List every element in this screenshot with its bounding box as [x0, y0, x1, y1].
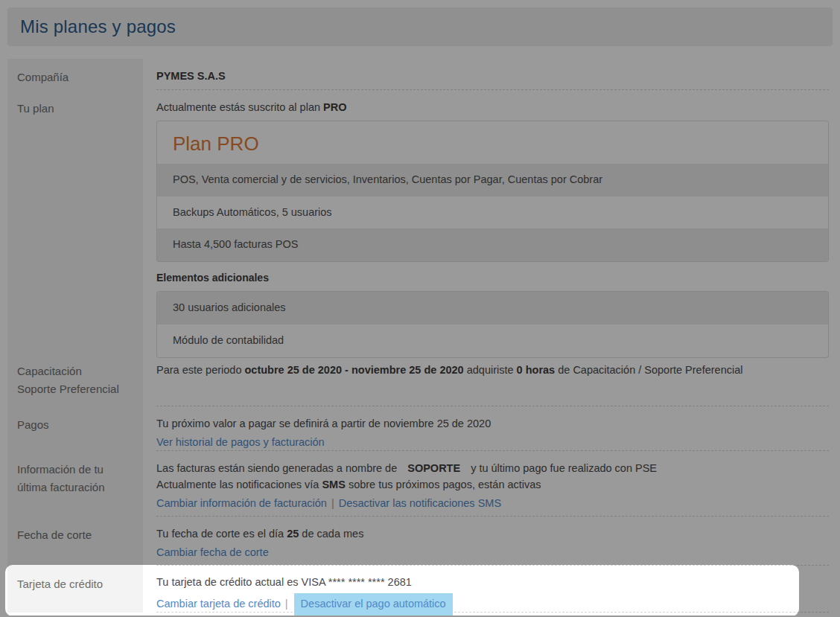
- sidebar-item-payments: Pagos: [7, 406, 143, 451]
- section-training-support: Capacitación Soporte Preferencial Para e…: [7, 353, 829, 406]
- sidebar-label: Soporte Preferencial: [17, 383, 119, 395]
- plan-feature: Backups Automáticos, 5 usuarios: [157, 196, 828, 229]
- training-period: octubre 25 de 2020 - noviembre 25 de 202…: [245, 364, 464, 376]
- company-name: PYMES S.A.S: [156, 70, 226, 82]
- sidebar-item-cutoff-date: Fecha de corte: [7, 517, 143, 566]
- page-title: Mis planes y pagos: [20, 16, 176, 37]
- section-cutoff-date: Fecha de corte Tu fecha de corte es el d…: [7, 517, 829, 566]
- settings-table: Compañía PYMES S.A.S Tu plan Actualmente…: [7, 59, 829, 613]
- section-company: Compañía PYMES S.A.S: [7, 59, 829, 90]
- plan-intro-text: Actualmente estás suscrito al plan: [156, 101, 323, 113]
- sidebar-label: Compañía: [17, 71, 69, 83]
- payment-history-link[interactable]: Ver historial de pagos y facturación: [156, 436, 325, 448]
- sidebar-label: Información de tu: [17, 463, 104, 476]
- credit-card-content: Tu tarjeta de crédito actual es VISA ***…: [156, 566, 829, 613]
- plan-intro: Actualmente estás suscrito al plan PRO: [156, 100, 829, 116]
- plans-and-payments-page: Mis planes y pagos Compañía PYMES S.A.S …: [0, 0, 840, 617]
- link-separator: |: [285, 598, 288, 610]
- sidebar-label: Pagos: [17, 418, 49, 431]
- company-content: PYMES S.A.S: [156, 59, 829, 90]
- plan-feature: Hasta 4,500 facturas POS: [157, 228, 828, 261]
- change-cutoff-date-link[interactable]: Cambiar fecha de corte: [156, 546, 269, 558]
- plan-feature: POS, Venta comercial y de servicios, Inv…: [157, 164, 828, 196]
- section-plan: Tu plan Actualmente estás suscrito al pl…: [7, 90, 829, 353]
- training-text: adquiriste: [464, 364, 517, 376]
- change-credit-card-link[interactable]: Cambiar tarjeta de crédito: [156, 598, 281, 610]
- sidebar-item-training-support: Capacitación Soporte Preferencial: [7, 353, 143, 406]
- disable-autopay-link[interactable]: Desactivar el pago automático: [301, 598, 446, 610]
- billing-text: y tu último pago fue realizado con PSE: [471, 462, 657, 474]
- billing-text: Actualmente las notificaciones vía: [156, 479, 322, 490]
- addons-card: 30 usuarios adicionales Módulo de contab…: [156, 291, 829, 358]
- billing-text: sobre tus próximos pagos, están activas: [346, 479, 541, 490]
- highlighted-link-box: Desactivar el pago automático: [294, 593, 453, 616]
- sidebar-item-credit-card: Tarjeta de crédito: [7, 566, 143, 613]
- change-billing-info-link[interactable]: Cambiar información de facturación: [156, 497, 327, 509]
- section-payments: Pagos Tu próximo valor a pagar se defini…: [7, 406, 829, 451]
- page-header: Mis planes y pagos: [7, 7, 833, 46]
- cutoff-content: Tu fecha de corte es el día 25 de cada m…: [156, 517, 829, 566]
- section-credit-card: Tarjeta de crédito Tu tarjeta de crédito…: [7, 566, 829, 613]
- sidebar-label: Capacitación: [17, 365, 82, 377]
- billing-text: Las facturas están siendo generadas a no…: [156, 462, 397, 474]
- cutoff-text: de cada mes: [299, 528, 363, 540]
- billing-content: Las facturas están siendo generadas a no…: [156, 451, 829, 517]
- billing-name: SOPORTE: [407, 462, 460, 474]
- addon-list: 30 usuarios adicionales Módulo de contab…: [157, 292, 828, 357]
- cutoff-line: Tu fecha de corte es el día 25 de cada m…: [156, 526, 829, 543]
- billing-sms: SMS: [322, 479, 345, 490]
- training-text: de Capacitación / Soporte Preferencial: [555, 364, 742, 376]
- training-text: Para este periodo: [156, 364, 245, 376]
- training-content: Para este periodo octubre 25 de 2020 - n…: [156, 353, 829, 406]
- credit-card-line: Tu tarjeta de crédito actual es VISA ***…: [156, 575, 829, 591]
- cutoff-text: Tu fecha de corte es el día: [156, 528, 287, 540]
- sidebar-label: Fecha de corte: [17, 528, 92, 541]
- addons-title: Elementos adicionales: [156, 270, 829, 286]
- plan-feature-list: POS, Venta comercial y de servicios, Inv…: [157, 164, 828, 261]
- link-separator: |: [331, 497, 334, 509]
- plan-card: Plan PRO POS, Venta comercial y de servi…: [156, 121, 829, 262]
- cutoff-day: 25: [287, 528, 299, 540]
- billing-line2: Actualmente las notificaciones vía SMS s…: [156, 477, 829, 493]
- sidebar-item-company: Compañía: [7, 59, 143, 90]
- payments-content: Tu próximo valor a pagar se definirá a p…: [156, 406, 829, 451]
- sidebar-label: Tu plan: [17, 102, 54, 115]
- sidebar-item-billing-info: Información de tu última facturación: [7, 451, 143, 517]
- sidebar-label: Tarjeta de crédito: [17, 578, 103, 590]
- billing-line1: Las facturas están siendo generadas a no…: [156, 461, 829, 477]
- plan-content: Actualmente estás suscrito al plan PRO P…: [156, 90, 829, 353]
- sidebar-label: última facturación: [17, 481, 105, 493]
- addon-item: 30 usuarios adicionales: [157, 292, 828, 325]
- plan-intro-bold: PRO: [323, 101, 346, 113]
- sidebar-item-plan: Tu plan: [7, 90, 143, 353]
- payments-text: Tu próximo valor a pagar se definirá a p…: [156, 416, 829, 432]
- plan-name: Plan PRO: [157, 121, 828, 164]
- disable-sms-notifications-link[interactable]: Desactivar las notificaciones SMS: [339, 497, 501, 509]
- section-billing-info: Información de tu última facturación Las…: [7, 451, 829, 517]
- training-hours: 0 horas: [517, 364, 556, 376]
